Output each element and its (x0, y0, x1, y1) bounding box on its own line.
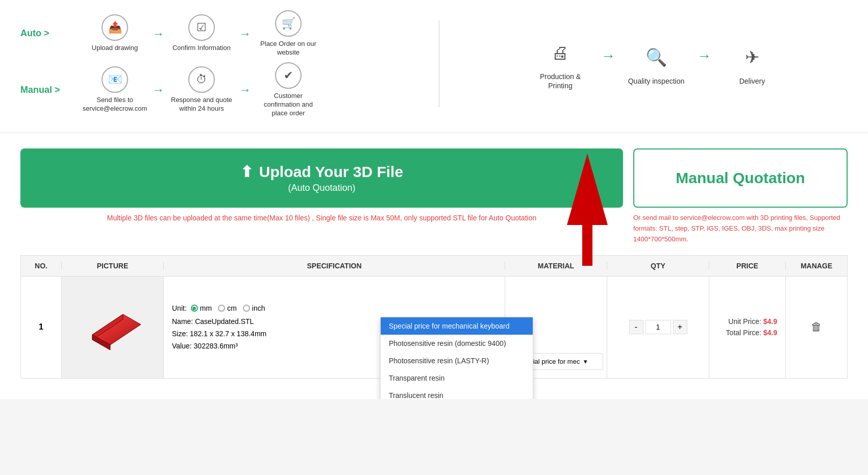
page-wrapper: Auto > 📤 Upload drawing → ☑ Confirm Info… (0, 0, 868, 399)
quality-icon: 🔍 (638, 42, 674, 72)
step-response-quote: ⏱ Response and quote within 24 hours (168, 66, 235, 113)
cell-no: 1 (21, 277, 62, 378)
svg-marker-0 (567, 154, 608, 266)
response-quote-icon: ⏱ (188, 66, 215, 93)
workflow-divider (439, 20, 439, 107)
chevron-down-icon: ▾ (584, 358, 587, 365)
cell-qty: - + (607, 277, 709, 378)
product-3d-image (80, 299, 146, 355)
step-upload-drawing: 📤 Upload drawing (82, 14, 148, 53)
main-content: ⬆ Upload Your 3D File (Auto Quotation) M… (0, 148, 868, 398)
unit-price-value: $4.9 (763, 317, 777, 326)
total-price-line: Total Pirce: $4.9 (726, 329, 777, 337)
header-manage: MANAGE (786, 262, 847, 270)
confirm-info-icon: ☑ (188, 14, 215, 41)
manual-workflow-row: Manual > 📧 Send files to service@elecrow… (20, 62, 413, 118)
manual-label[interactable]: Manual > (20, 85, 82, 95)
auto-workflow-row: Auto > 📤 Upload drawing → ☑ Confirm Info… (20, 10, 413, 57)
dropdown-item-2[interactable]: Photosensitive resin (LASTY-R) (381, 352, 533, 369)
material-dropdown-menu: Special price for mechanical keyboard Ph… (380, 317, 533, 398)
dropdown-item-1[interactable]: Photosensitive resin (domestic 9400) (381, 335, 533, 352)
arrow-4: → (235, 83, 255, 97)
cell-manage: 🗑 (786, 277, 847, 378)
place-order-icon: 🛒 (275, 10, 302, 37)
customer-confirm-icon: ✔ (275, 62, 302, 89)
qty-decrease-button[interactable]: - (629, 320, 643, 334)
spec-value: Value: 302283.6mm³ (172, 342, 238, 350)
table-header: NO. PICTURE SPECIFICATION MATERIAL QTY P… (20, 255, 848, 277)
unit-inch-option[interactable]: inch (243, 304, 265, 312)
dropdown-item-0[interactable]: Special price for mechanical keyboard (381, 317, 533, 335)
upload-cloud-icon: ⬆ (240, 163, 253, 181)
qty-input[interactable] (646, 320, 671, 334)
step-customer-confirm: ✔ Customer confirmation and place order (255, 62, 321, 118)
production-label: Production & Printing (527, 72, 593, 90)
spec-size: Size: 182.1 x 32.7 x 138.4mm (172, 330, 266, 338)
delivery-label: Delivery (739, 77, 765, 86)
header-specification: SPECIFICATION (164, 262, 505, 270)
spec-name: Name: CaseUpdated.STL (172, 317, 254, 326)
unit-radio-group: mm cm inch (191, 304, 265, 312)
dropdown-item-4[interactable]: Translucent resin (381, 387, 533, 398)
radio-cm-dot (218, 305, 225, 312)
step-place-order: 🛒 Place Order on our website (255, 10, 321, 57)
unit-cm-option[interactable]: cm (218, 304, 237, 312)
red-arrow-decoration (541, 154, 633, 266)
manual-info-text: Or send mail to service@elecrow.com with… (633, 213, 848, 244)
workflow-section: Auto > 📤 Upload drawing → ☑ Confirm Info… (0, 0, 868, 133)
header-picture: PICTURE (62, 262, 164, 270)
production-icon: 🖨 (542, 37, 578, 68)
unit-price-line: Unit Price: $4.9 (728, 317, 777, 326)
qty-increase-button[interactable]: + (673, 320, 687, 334)
step-production: 🖨 Production & Printing (527, 37, 593, 90)
send-files-label: Send files to service@elecrow.com (82, 96, 148, 113)
customer-confirm-label: Customer confirmation and place order (255, 92, 321, 118)
unit-row: Unit: mm cm inch (172, 304, 265, 312)
radio-inch-dot (243, 305, 250, 312)
right-arrow-2: → (689, 48, 719, 64)
right-arrow-1: → (593, 48, 623, 64)
step-quality: 🔍 Quality inspection (623, 42, 689, 86)
left-workflow: Auto > 📤 Upload drawing → ☑ Confirm Info… (0, 5, 434, 122)
step-delivery: ✈ Delivery (719, 42, 785, 86)
cell-picture (62, 277, 164, 378)
action-row: ⬆ Upload Your 3D File (Auto Quotation) M… (20, 148, 848, 208)
send-files-icon: 📧 (102, 66, 128, 93)
quality-label: Quality inspection (628, 77, 685, 86)
response-quote-label: Response and quote within 24 hours (168, 96, 235, 113)
arrow-1: → (148, 27, 168, 41)
arrow-2: → (235, 27, 255, 41)
auto-label[interactable]: Auto > (20, 28, 82, 39)
upload-3d-file-button[interactable]: ⬆ Upload Your 3D File (Auto Quotation) (20, 148, 623, 208)
radio-mm-dot (191, 305, 198, 312)
header-price: PRICE (709, 262, 786, 270)
cell-price: Unit Price: $4.9 Total Pirce: $4.9 (709, 277, 786, 378)
step-confirm-info: ☑ Confirm Information (168, 14, 235, 53)
manual-quotation-button[interactable]: Manual Quotation (633, 148, 848, 208)
unit-mm-option[interactable]: mm (191, 304, 212, 312)
upload-sub: (Auto Quotation) (288, 183, 355, 193)
place-order-label: Place Order on our website (255, 40, 321, 57)
upload-info-text: Multiple 3D files can be uploaded at the… (20, 213, 623, 244)
delete-button[interactable]: 🗑 (811, 320, 822, 334)
step-send-files: 📧 Send files to service@elecrow.com (82, 66, 148, 113)
upload-drawing-icon: 📤 (102, 14, 128, 41)
header-no: NO. (21, 262, 62, 270)
unit-label: Unit: (172, 304, 187, 312)
total-price-value: $4.9 (763, 329, 777, 337)
arrow-3: → (148, 83, 168, 97)
upload-title: ⬆ Upload Your 3D File (240, 163, 403, 181)
confirm-info-label: Confirm Information (172, 44, 231, 53)
dropdown-item-3[interactable]: Transparent resin (381, 369, 533, 387)
upload-drawing-label: Upload drawing (92, 44, 138, 53)
right-workflow: 🖨 Production & Printing → 🔍 Quality insp… (444, 27, 868, 101)
delivery-icon: ✈ (734, 42, 770, 72)
qty-row: - + (629, 320, 687, 334)
info-row: Multiple 3D files can be uploaded at the… (20, 213, 848, 244)
